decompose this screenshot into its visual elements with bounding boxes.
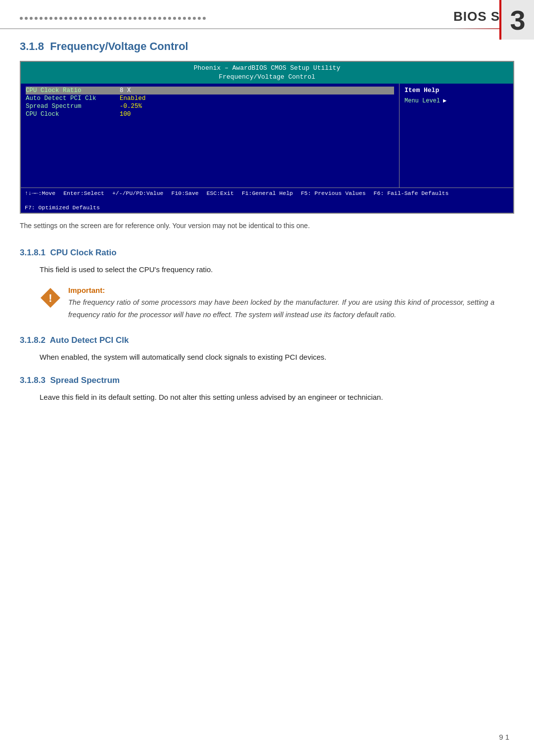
dot bbox=[203, 17, 206, 20]
important-box: ! Important: The frequency ratio of some… bbox=[40, 286, 494, 321]
dot bbox=[138, 17, 141, 20]
bios-label: CPU Clock Ratio bbox=[26, 87, 120, 94]
bios-value: Enabled bbox=[120, 95, 146, 102]
dot bbox=[49, 17, 52, 20]
dot bbox=[25, 17, 28, 20]
bios-arrow-icon: ▶ bbox=[443, 97, 446, 104]
dot bbox=[79, 17, 82, 20]
sub-heading-3183: 3.1.8.3 Spread Spectrum bbox=[0, 369, 534, 389]
dot bbox=[129, 17, 132, 20]
bios-footer-exit: ESC:Exit bbox=[207, 190, 234, 196]
header: BIOS Setup 3 bbox=[0, 0, 534, 28]
bios-value: 100 bbox=[120, 111, 131, 118]
dot bbox=[35, 17, 38, 20]
dot bbox=[173, 17, 176, 20]
bios-footer-failsafe: F6: Fail-Safe Defaults bbox=[374, 190, 449, 196]
bios-footer-optimized: F7: Optimized Defaults bbox=[25, 204, 100, 211]
bios-left-panel: CPU Clock Ratio 8 X Auto Detect PCI Clk … bbox=[21, 84, 400, 188]
dot bbox=[69, 17, 72, 20]
bios-footer-select: Enter:Select bbox=[63, 190, 104, 196]
bios-footer-prev: F5: Previous Values bbox=[301, 190, 365, 196]
sub-heading-3181: 3.1.8.1 CPU Clock Ratio bbox=[0, 241, 534, 262]
bios-item-help: Item Help bbox=[404, 87, 508, 94]
bios-label: CPU Clock bbox=[26, 111, 120, 118]
bios-footer: ↑↓→←:Move Enter:Select +/-/PU/PD:Value F… bbox=[21, 188, 513, 213]
dot bbox=[188, 17, 191, 20]
dot bbox=[153, 17, 156, 20]
dot bbox=[163, 17, 166, 20]
bios-screenshot: Phoenix – AwardBIOS CMOS Setup Utility F… bbox=[20, 61, 514, 214]
dot bbox=[178, 17, 181, 20]
dot bbox=[44, 17, 47, 20]
dot bbox=[148, 17, 151, 20]
dot bbox=[143, 17, 146, 20]
dot bbox=[20, 17, 23, 20]
dot bbox=[114, 17, 117, 20]
dot bbox=[64, 17, 67, 20]
dot bbox=[59, 17, 62, 20]
dot bbox=[94, 17, 97, 20]
bios-body: CPU Clock Ratio 8 X Auto Detect PCI Clk … bbox=[21, 84, 513, 188]
body-text-3182: When enabled, the system will automatica… bbox=[0, 349, 534, 369]
bios-value: -0.25% bbox=[120, 103, 142, 110]
bios-row-spread-spectrum[interactable]: Spread Spectrum -0.25% bbox=[26, 102, 394, 110]
body-text-3181: This field is used to select the CPU's f… bbox=[0, 262, 534, 281]
bios-label: Auto Detect PCI Clk bbox=[26, 95, 120, 102]
sub-heading-3182: 3.1.8.2 Auto Detect PCI Clk bbox=[0, 329, 534, 349]
bios-footer-help: F1:General Help bbox=[242, 190, 293, 196]
dot bbox=[54, 17, 57, 20]
important-text: The frequency ratio of some processors m… bbox=[68, 296, 494, 321]
bios-title-bar: Phoenix – AwardBIOS CMOS Setup Utility F… bbox=[21, 62, 513, 84]
dot bbox=[168, 17, 171, 20]
page-number: 9 1 bbox=[499, 733, 509, 741]
chapter-number: 3 bbox=[499, 0, 534, 40]
important-content: Important: The frequency ratio of some p… bbox=[68, 286, 494, 321]
dot bbox=[89, 17, 92, 20]
body-text-3183: Leave this field in its default setting.… bbox=[0, 389, 534, 409]
dot bbox=[158, 17, 161, 20]
dot bbox=[193, 17, 196, 20]
screenshot-note: The settings on the screen are for refer… bbox=[20, 221, 514, 231]
dot bbox=[124, 17, 127, 20]
dot bbox=[183, 17, 186, 20]
bios-footer-save: F10:Save bbox=[171, 190, 198, 196]
bios-row-auto-detect-pci[interactable]: Auto Detect PCI Clk Enabled bbox=[26, 94, 394, 102]
dot bbox=[99, 17, 102, 20]
dot bbox=[40, 17, 43, 20]
dot bbox=[119, 17, 122, 20]
important-icon: ! bbox=[40, 287, 61, 309]
dot bbox=[84, 17, 87, 20]
bios-footer-value: +/-/PU/PD:Value bbox=[112, 190, 164, 196]
bios-value: 8 X bbox=[120, 87, 131, 94]
bios-label: Spread Spectrum bbox=[26, 103, 120, 110]
bios-right-panel: Item Help Menu Level ▶ bbox=[400, 84, 513, 188]
bios-menu-level: Menu Level ▶ bbox=[404, 97, 508, 104]
important-label: Important: bbox=[68, 286, 494, 294]
bios-row-cpu-clock-ratio[interactable]: CPU Clock Ratio 8 X bbox=[26, 87, 394, 94]
dot bbox=[74, 17, 77, 20]
dot bbox=[198, 17, 201, 20]
bios-footer-move: ↑↓→←:Move bbox=[25, 190, 55, 196]
dot bbox=[134, 17, 136, 20]
svg-text:!: ! bbox=[48, 292, 52, 304]
dot bbox=[109, 17, 112, 20]
section-heading: 3.1.8 Frequency/Voltage Control bbox=[0, 29, 534, 61]
dot bbox=[104, 17, 107, 20]
dots-decoration bbox=[20, 17, 455, 20]
dot bbox=[30, 17, 33, 20]
bios-row-cpu-clock[interactable]: CPU Clock 100 bbox=[26, 110, 394, 118]
